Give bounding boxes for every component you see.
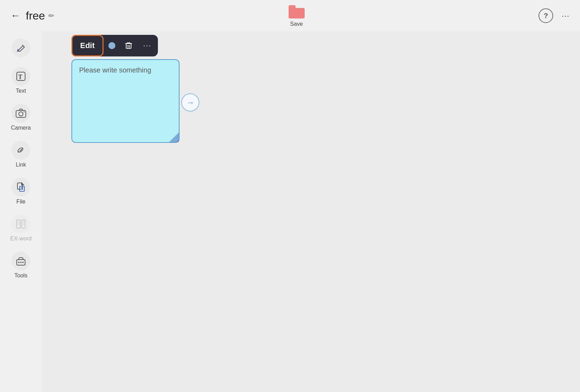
svg-rect-13 xyxy=(126,44,131,48)
header-left: ← free ✏ xyxy=(10,9,54,22)
sidebar-item-exword-label: EX-word xyxy=(10,236,31,242)
arrow-connector-button[interactable]: → xyxy=(181,93,199,112)
svg-point-10 xyxy=(18,262,20,263)
main: T Text Camera xyxy=(0,31,580,392)
save-label: Save xyxy=(290,21,303,27)
header: ← free ✏ Save ? ··· xyxy=(0,0,580,31)
sidebar-item-camera[interactable]: Camera xyxy=(5,100,37,134)
camera-icon xyxy=(12,104,30,123)
sidebar-item-tools[interactable]: Tools xyxy=(5,248,37,282)
edit-button[interactable]: Edit xyxy=(71,35,104,56)
edit-title-icon[interactable]: ✏ xyxy=(48,11,54,20)
title-area: free ✏ xyxy=(26,9,54,22)
svg-text:T: T xyxy=(18,74,22,80)
sidebar: T Text Camera xyxy=(0,31,42,392)
text-icon: T xyxy=(12,67,30,86)
sidebar-item-link[interactable]: Link xyxy=(5,137,37,171)
sidebar-item-text-label: Text xyxy=(16,88,26,94)
sidebar-item-pen[interactable] xyxy=(5,35,37,61)
canvas: Edit ··· Please write something xyxy=(42,31,580,392)
header-right: ? ··· xyxy=(539,8,570,23)
tools-icon xyxy=(12,252,30,270)
delete-button[interactable] xyxy=(120,35,137,56)
back-button[interactable]: ← xyxy=(10,11,20,21)
svg-rect-8 xyxy=(22,220,25,228)
floating-toolbar: Edit ··· xyxy=(71,35,158,56)
trash-icon xyxy=(124,41,133,50)
help-button[interactable]: ? xyxy=(539,8,553,23)
svg-point-11 xyxy=(20,262,22,263)
svg-point-12 xyxy=(22,262,24,263)
svg-rect-7 xyxy=(17,220,20,228)
arrow-icon: → xyxy=(186,98,194,107)
color-dot xyxy=(108,42,115,49)
exword-icon xyxy=(12,215,30,233)
sidebar-item-text[interactable]: T Text xyxy=(5,63,37,98)
sticky-note[interactable]: Please write something xyxy=(71,59,180,143)
svg-point-4 xyxy=(24,112,25,113)
folder-icon xyxy=(289,5,305,18)
save-button[interactable] xyxy=(288,4,306,20)
sidebar-item-file[interactable]: File xyxy=(5,174,37,208)
toolbar-more-button[interactable]: ··· xyxy=(137,35,158,56)
pen-icon xyxy=(12,38,30,57)
link-icon xyxy=(12,141,30,160)
file-icon xyxy=(12,178,30,197)
sidebar-item-exword[interactable]: EX-word xyxy=(5,211,37,245)
more-button[interactable]: ··· xyxy=(562,11,570,21)
page-title: free xyxy=(26,9,45,22)
sidebar-item-camera-label: Camera xyxy=(11,125,31,131)
sidebar-item-file-label: File xyxy=(16,199,25,205)
svg-point-3 xyxy=(19,112,23,116)
color-dot-button[interactable] xyxy=(104,35,120,56)
header-center: Save xyxy=(288,4,306,27)
sidebar-item-link-label: Link xyxy=(16,162,26,168)
sidebar-item-tools-label: Tools xyxy=(14,272,27,279)
corner-fold-icon xyxy=(169,132,179,142)
sticky-note-placeholder: Please write something xyxy=(79,66,172,74)
